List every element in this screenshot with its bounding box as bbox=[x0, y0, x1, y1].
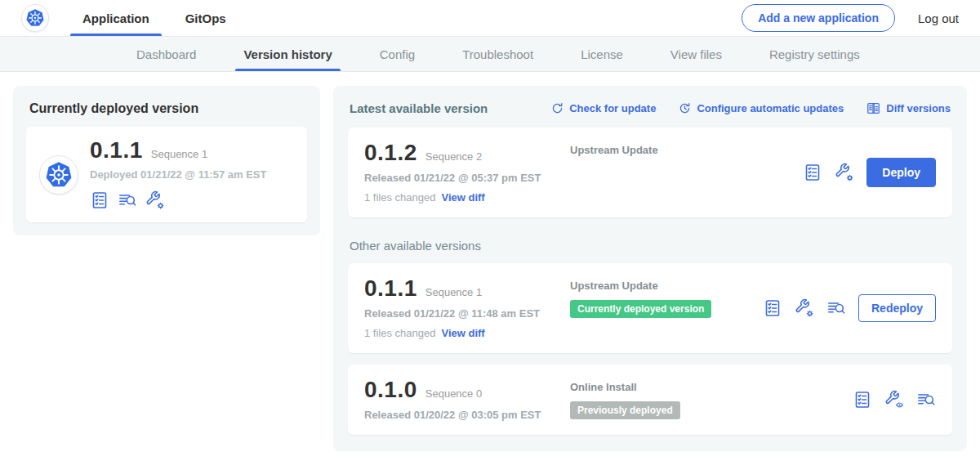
subnav-tab-view-files-label: View files bbox=[670, 47, 722, 61]
view-diff-link[interactable]: View diff bbox=[441, 327, 484, 339]
auto-update-icon bbox=[678, 101, 692, 115]
check-for-update-label: Check for update bbox=[569, 102, 656, 114]
version-source-label: Upstream Update bbox=[570, 280, 763, 292]
subnav-tab-view-files[interactable]: View files bbox=[647, 37, 746, 71]
preflight-checklist-icon[interactable] bbox=[803, 163, 822, 182]
refresh-icon bbox=[550, 101, 564, 115]
kubernetes-logo-icon bbox=[24, 7, 46, 29]
previously-deployed-badge: Previously deployed bbox=[570, 401, 680, 419]
subnav-tab-license-label: License bbox=[581, 47, 623, 61]
deploy-logs-icon[interactable] bbox=[916, 390, 936, 410]
edit-config-icon[interactable] bbox=[835, 163, 854, 182]
preflight-checklist-icon[interactable] bbox=[90, 190, 109, 210]
diff-versions-link[interactable]: Diff versions bbox=[866, 101, 951, 116]
edit-config-icon[interactable] bbox=[795, 298, 814, 318]
tab-application[interactable]: Application bbox=[70, 0, 162, 36]
subnav-tab-registry-settings-label: Registry settings bbox=[769, 47, 860, 61]
diff-versions-label: Diff versions bbox=[886, 102, 951, 114]
app-logo bbox=[39, 155, 78, 195]
sequence-label: Sequence 2 bbox=[425, 150, 482, 163]
view-config-icon[interactable] bbox=[884, 390, 904, 410]
version-history-page: Currently deployed version 0.1.1 Sequenc… bbox=[0, 72, 980, 461]
tab-gitops[interactable]: GitOps bbox=[173, 0, 238, 36]
tab-gitops-label: GitOps bbox=[185, 11, 226, 25]
released-timestamp: Released 01/21/22 @ 11:48 am EST bbox=[364, 307, 570, 320]
sequence-label: Sequence 0 bbox=[425, 387, 482, 400]
subnav-tab-version-history[interactable]: Version history bbox=[220, 37, 355, 71]
deploy-button[interactable]: Deploy bbox=[866, 158, 936, 187]
sequence-label: Sequence 1 bbox=[425, 286, 482, 298]
currently-deployed-card: Currently deployed version 0.1.1 Sequenc… bbox=[13, 86, 320, 235]
released-timestamp: Released 01/20/22 @ 03:05 pm EST bbox=[364, 409, 570, 421]
tab-application-label: Application bbox=[82, 11, 149, 25]
subnav-tab-license[interactable]: License bbox=[557, 37, 647, 71]
top-app-bar: Application GitOps Add a new application… bbox=[0, 0, 980, 37]
configure-automatic-updates-label: Configure automatic updates bbox=[697, 102, 844, 114]
subnav-tab-troubleshoot-label: Troubleshoot bbox=[462, 47, 533, 61]
check-for-update-link[interactable]: Check for update bbox=[550, 101, 656, 115]
kubernetes-logo-icon bbox=[43, 159, 74, 190]
subnav-tab-config-label: Config bbox=[380, 47, 415, 61]
deployed-timestamp: Deployed 01/21/22 @ 11:57 am EST bbox=[90, 168, 266, 181]
version-number: 0.1.0 bbox=[364, 378, 417, 401]
subnav-tab-dashboard-label: Dashboard bbox=[136, 47, 196, 61]
logout-button[interactable]: Log out bbox=[918, 11, 959, 25]
preflight-checklist-icon[interactable] bbox=[853, 390, 872, 410]
subnav-tab-dashboard[interactable]: Dashboard bbox=[113, 37, 220, 71]
other-available-header: Other available versions bbox=[350, 239, 951, 253]
currently-deployed-badge: Currently deployed version bbox=[570, 300, 711, 318]
add-new-application-button[interactable]: Add a new application bbox=[742, 4, 895, 32]
available-versions-panel: Latest available version Check for updat… bbox=[333, 86, 967, 451]
version-row-0-1-0: 0.1.0 Sequence 0 Released 01/20/22 @ 03:… bbox=[348, 365, 952, 435]
deploy-logs-icon[interactable] bbox=[118, 190, 137, 210]
version-number: 0.1.1 bbox=[364, 277, 417, 300]
version-source-label: Upstream Update bbox=[570, 144, 803, 156]
redeploy-button[interactable]: Redeploy bbox=[858, 294, 936, 322]
preflight-checklist-icon[interactable] bbox=[763, 298, 782, 318]
files-changed-label: 1 files changed bbox=[364, 191, 435, 204]
deployed-version-number: 0.1.1 bbox=[90, 139, 143, 162]
subnav-tab-troubleshoot[interactable]: Troubleshoot bbox=[439, 37, 557, 71]
configure-automatic-updates-link[interactable]: Configure automatic updates bbox=[678, 101, 844, 115]
deploy-logs-icon[interactable] bbox=[826, 298, 846, 318]
diff-icon bbox=[866, 101, 881, 116]
version-row-0-1-2: 0.1.2 Sequence 2 Released 01/21/22 @ 05:… bbox=[348, 128, 952, 217]
view-diff-link[interactable]: View diff bbox=[441, 191, 484, 204]
app-subnav: Dashboard Version history Config Trouble… bbox=[0, 37, 980, 72]
deployed-sequence-label: Sequence 1 bbox=[151, 148, 207, 160]
app-logo bbox=[21, 4, 49, 32]
subnav-tab-version-history-label: Version history bbox=[243, 47, 332, 61]
version-source-label: Online Install bbox=[570, 381, 853, 393]
edit-config-icon[interactable] bbox=[145, 190, 165, 210]
currently-deployed-version-row: 0.1.1 Sequence 1 Deployed 01/21/22 @ 11:… bbox=[26, 127, 307, 222]
version-row-0-1-1: 0.1.1 Sequence 1 Released 01/21/22 @ 11:… bbox=[348, 263, 952, 353]
version-number: 0.1.2 bbox=[364, 141, 417, 164]
currently-deployed-title: Currently deployed version bbox=[29, 101, 304, 116]
latest-available-header: Latest available version bbox=[350, 101, 488, 115]
files-changed-label: 1 files changed bbox=[364, 327, 435, 339]
subnav-tab-config[interactable]: Config bbox=[356, 37, 439, 71]
subnav-tab-registry-settings[interactable]: Registry settings bbox=[746, 37, 884, 71]
released-timestamp: Released 01/21/22 @ 05:37 pm EST bbox=[364, 172, 570, 184]
